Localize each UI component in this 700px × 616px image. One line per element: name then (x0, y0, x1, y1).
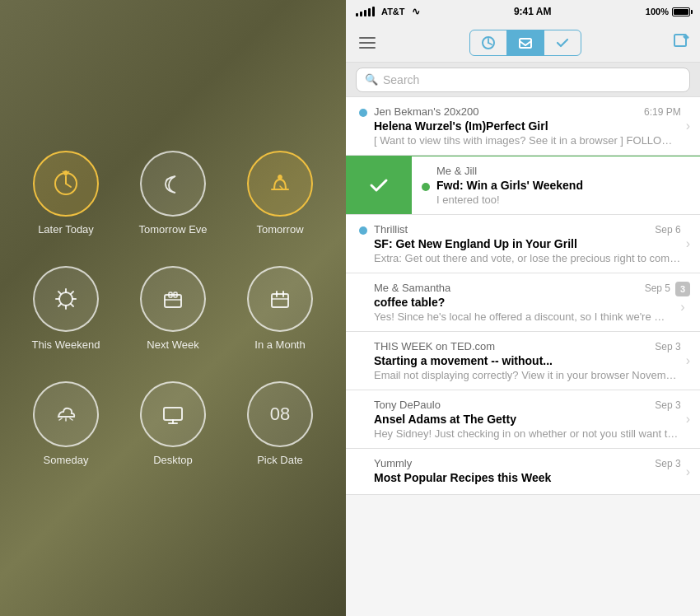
snooze-this-weekend[interactable]: This Weekend (16, 254, 115, 362)
email-badge: 3 (675, 282, 690, 296)
email-body: Tony DePaulo Sep 3 Ansel Adams at The Ge… (374, 399, 681, 440)
search-input-container[interactable]: 🔍 Search (356, 68, 690, 92)
email-item-swiped[interactable]: Me & Jill Fwd: Win a Girls' Weekend I en… (346, 156, 700, 215)
status-left: AT&T ∿ (356, 6, 420, 17)
compose-button[interactable] (672, 32, 690, 54)
unread-dot (359, 109, 367, 117)
svg-rect-20 (169, 292, 172, 297)
email-header-row: Me & Jill (436, 165, 690, 177)
carrier-name: AT&T (381, 7, 405, 16)
email-header-row: Jen Bekman's 20x200 6:19 PM (374, 105, 681, 118)
snooze-tomorrow-eve[interactable]: Tomorrow Eve (124, 139, 222, 246)
unread-dot (359, 226, 367, 235)
menu-button[interactable] (356, 34, 379, 52)
svg-line-8 (280, 186, 282, 189)
snooze-pick-date[interactable]: 08 Pick Date (231, 370, 329, 477)
email-time: Sep 3 (655, 458, 680, 469)
email-time: Sep 3 (655, 341, 680, 352)
desktop-label: Desktop (153, 454, 193, 466)
unread-dot-hidden (359, 402, 367, 410)
email-preview: Extra: Get out there and vote, or lose t… (374, 252, 681, 264)
status-right: 100% (646, 7, 690, 16)
unread-dot-hidden (359, 460, 367, 469)
swipe-checkmark (367, 174, 390, 197)
tab-clock[interactable] (470, 30, 506, 55)
svg-rect-22 (272, 294, 288, 307)
email-subject: SF: Get New England Up in Your Grill (374, 237, 681, 250)
email-body: Me & Samantha Sep 5 coffee table? Yes! S… (374, 282, 670, 323)
hamburger-line-2 (359, 42, 376, 44)
status-time: 9:41 AM (514, 6, 552, 17)
later-today-circle (33, 151, 99, 217)
email-header-row: Me & Samantha Sep 5 (374, 282, 670, 294)
next-week-circle (140, 266, 206, 332)
email-item[interactable]: Tony DePaulo Sep 3 Ansel Adams at The Ge… (346, 390, 700, 449)
email-time: 6:19 PM (644, 106, 681, 118)
svg-line-14 (58, 292, 61, 294)
email-header-row: Thrillist Sep 6 (374, 223, 681, 236)
pick-date-label: Pick Date (257, 454, 303, 466)
email-item[interactable]: THIS WEEK on TED.com Sep 3 Starting a mo… (346, 332, 700, 390)
email-preview: Email not displaying correctly? View it … (374, 369, 681, 381)
battery-percentage: 100% (646, 7, 669, 16)
hamburger-line-3 (359, 47, 376, 49)
email-list: Jen Bekman's 20x200 6:19 PM Helena Wurze… (346, 97, 700, 616)
unread-dot-green (422, 183, 430, 191)
email-preview: [ Want to view tihs with images? See it … (374, 134, 681, 147)
snooze-grid: Later Today Tomorrow Eve Tomorrow (16, 139, 329, 477)
email-subject: Starting a movement -- without... (374, 354, 681, 367)
later-today-label: Later Today (38, 223, 94, 236)
snooze-next-week[interactable]: Next Week (124, 254, 222, 362)
search-placeholder: Search (383, 73, 419, 86)
email-sender: Yummly (374, 457, 412, 469)
tomorrow-eve-circle (140, 151, 206, 217)
email-sender: Me & Samantha (374, 282, 450, 294)
email-preview: Yes! Since he's local he offered a disco… (374, 310, 670, 323)
tab-done[interactable] (544, 30, 581, 55)
email-header-row: Tony DePaulo Sep 3 (374, 399, 681, 411)
chevron-icon: › (686, 223, 690, 264)
someday-label: Someday (44, 454, 89, 466)
in-a-month-label: In a Month (254, 338, 305, 351)
email-body: Yummly Sep 3 Most Popular Recipes this W… (374, 457, 681, 486)
chevron-icon: › (686, 105, 690, 147)
svg-line-2 (66, 184, 71, 187)
snooze-tomorrow[interactable]: Tomorrow (231, 139, 329, 246)
chevron-icon: › (686, 457, 690, 486)
svg-rect-29 (164, 408, 182, 420)
email-subject: Ansel Adams at The Getty (374, 413, 681, 426)
email-preview: Hey Sidney! Just checking in on whether … (374, 427, 681, 440)
in-a-month-circle (247, 266, 313, 332)
email-time: Sep 5 (645, 282, 670, 294)
email-subject: Most Popular Recipes this Week (374, 471, 681, 484)
email-item[interactable]: Jen Bekman's 20x200 6:19 PM Helena Wurze… (346, 97, 700, 156)
wifi-icon: ∿ (412, 6, 420, 17)
svg-rect-21 (174, 292, 177, 297)
unread-dot-hidden (359, 285, 367, 293)
swipe-check-container (346, 174, 412, 197)
svg-line-28 (70, 418, 72, 420)
email-item[interactable]: Yummly Sep 3 Most Popular Recipes this W… (346, 449, 700, 495)
tomorrow-circle (247, 151, 313, 217)
snooze-desktop[interactable]: Desktop (124, 370, 222, 477)
tomorrow-label: Tomorrow (256, 223, 303, 236)
email-header-row: Yummly Sep 3 (374, 457, 681, 469)
search-bar: 🔍 Search (346, 63, 700, 97)
desktop-circle (140, 381, 206, 447)
email-header-row: THIS WEEK on TED.com Sep 3 (374, 340, 681, 352)
chevron-icon: › (686, 340, 690, 381)
hamburger-line-1 (359, 37, 376, 39)
email-sender: THIS WEEK on TED.com (374, 340, 495, 352)
this-weekend-circle (33, 266, 99, 332)
snooze-someday[interactable]: Someday (16, 370, 115, 477)
email-item[interactable]: Thrillist Sep 6 SF: Get New England Up i… (346, 215, 700, 273)
email-item[interactable]: Me & Samantha Sep 5 coffee table? Yes! S… (346, 273, 700, 332)
email-sender: Me & Jill (436, 165, 477, 177)
snooze-in-a-month[interactable]: In a Month (231, 254, 329, 362)
someday-circle (33, 381, 99, 447)
snooze-later-today[interactable]: Later Today (16, 139, 115, 246)
tab-inbox[interactable] (507, 30, 544, 55)
chevron-icon: › (686, 399, 690, 440)
tomorrow-eve-label: Tomorrow Eve (138, 223, 207, 236)
email-body: Me & Jill Fwd: Win a Girls' Weekend I en… (436, 165, 690, 206)
